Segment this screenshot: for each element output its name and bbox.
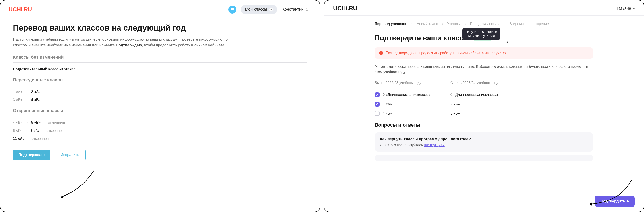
class-row: 1 «А» 2 «А» xyxy=(375,102,593,106)
step-4[interactable]: Передача доступа xyxy=(470,22,500,26)
points-tooltip: Получите +50 баллов Активного учителя xyxy=(462,28,500,40)
new-screen: UCHi.RU Татьяна Перевод учеников › Новый… xyxy=(324,0,644,212)
page-title: Перевод ваших классов на следующий год xyxy=(13,23,307,32)
user-menu[interactable]: Константин К. xyxy=(282,7,312,12)
class-checkbox[interactable] xyxy=(375,102,380,106)
arrow-right-icon: → xyxy=(24,129,28,133)
cursor-icon: ↖ xyxy=(506,40,509,44)
logo: UCHi.RU xyxy=(333,5,357,12)
chat-icon[interactable] xyxy=(228,6,236,14)
user-name: Константин К. xyxy=(282,7,308,12)
class-detached-row: 4 «В» → 5 «В» — откреплен xyxy=(13,120,307,124)
faq-card: Как вернуть класс и программу прошлого г… xyxy=(375,132,593,152)
step-5[interactable]: Задания на повторение xyxy=(510,22,549,26)
step-1[interactable]: Перевод учеников xyxy=(375,22,408,26)
section-unchanged: Классы без изменений xyxy=(13,54,307,63)
arrow-right-icon: → xyxy=(25,98,28,102)
class-checkbox[interactable] xyxy=(375,111,380,116)
class-was: 1 «А» xyxy=(383,102,392,106)
footer: Подтвердить xyxy=(324,191,644,212)
class-now: 5 «Б» xyxy=(450,112,526,116)
table-header: Был в 2022/23 учебном году Стал в 2023/2… xyxy=(375,81,593,88)
class-transferred-row: 3 «Б» → 4 «Б» xyxy=(13,98,307,102)
class-row: 4 «Б» 5 «Б» xyxy=(375,111,593,116)
col-was: Был в 2022/23 учебном году xyxy=(375,81,450,85)
class-was: 0 «Длинноеназваниекласса» xyxy=(383,93,430,97)
chevron-right-icon: › xyxy=(412,22,412,26)
chevron-down-icon xyxy=(310,7,312,12)
chevron-right-icon: › xyxy=(442,22,443,26)
chevron-right-icon xyxy=(628,200,629,202)
my-classes-label: Мои классы xyxy=(245,7,267,12)
left-content: Перевод ваших классов на следующий год Н… xyxy=(0,18,320,166)
class-row: 0 «Длинноеназваниекласса» 0 «Длинноеназв… xyxy=(375,92,593,97)
class-now: 0 «Длинноеназваниекласса» xyxy=(450,93,526,97)
page-description: Мы автоматически перевели ваши классы на… xyxy=(375,64,593,75)
confirm-button[interactable]: Подтвердить xyxy=(595,196,635,207)
my-classes-dropdown[interactable]: Мои классы xyxy=(241,5,277,14)
col-now: Стал в 2023/24 учебном году xyxy=(450,81,526,85)
class-checkbox[interactable] xyxy=(375,92,380,97)
faq-question: Как вернуть класс и программу прошлого г… xyxy=(380,137,588,141)
faq-title: Вопросы и ответы xyxy=(375,122,593,128)
header-right: UCHi.RU Татьяна xyxy=(324,0,644,16)
section-transferred: Переведенные классы xyxy=(13,77,307,86)
class-transferred-row: 1 «А» → 2 «А» xyxy=(13,90,307,94)
chevron-down-icon xyxy=(269,8,273,11)
class-now: 2 «А» xyxy=(450,102,526,106)
breadcrumb: Перевод учеников › Новый класс › Ученики… xyxy=(375,22,593,26)
faq-card-collapsed xyxy=(375,155,593,161)
fix-button[interactable]: Исправить xyxy=(54,150,86,160)
class-unchanged-row: Подготовительный класс «Котики» xyxy=(13,67,307,71)
instruction-link[interactable]: инструкцией xyxy=(424,143,445,147)
step-2[interactable]: Новый класс xyxy=(416,22,438,26)
class-was: 4 «Б» xyxy=(383,112,392,116)
header-left: UCHi.RU Мои классы Константин К. xyxy=(0,0,320,18)
class-detached-row: 11 «А» — откреплен xyxy=(13,137,307,141)
right-content: Перевод учеников › Новый класс › Ученики… xyxy=(375,16,593,161)
section-detached: Открепленные классы xyxy=(13,108,307,116)
legacy-screen: UCHi.RU Мои классы Константин К. Перевод… xyxy=(0,0,320,212)
step-3[interactable]: Ученики xyxy=(447,22,461,26)
user-name: Татьяна xyxy=(616,6,631,11)
arrow-right-icon: → xyxy=(25,120,28,124)
page-description: Наступил новый учебный год и мы автомати… xyxy=(13,36,236,48)
annotation-arrow xyxy=(56,168,96,202)
faq-answer: Для этого воспользуйтесь инструкцией. xyxy=(380,143,588,147)
alert-icon: ! xyxy=(379,51,383,55)
warning-banner: ! Без подтверждения продолжить работу в … xyxy=(375,48,593,59)
confirm-label: Подтвердить xyxy=(600,199,625,204)
actions: Подтверждаю Исправить xyxy=(13,150,307,160)
chevron-right-icon: › xyxy=(465,22,466,26)
arrow-right-icon: → xyxy=(25,90,28,94)
logo: UCHi.RU xyxy=(8,6,32,13)
page-title: Подтвердите ваши классы xyxy=(375,34,470,42)
alert-text: Без подтверждения продолжить работу в ли… xyxy=(386,51,507,55)
chevron-down-icon xyxy=(633,6,635,11)
class-detached-row: 8 «Г» → 9 «Г» — откреплен xyxy=(13,129,307,133)
chevron-right-icon: › xyxy=(504,22,506,26)
confirm-button[interactable]: Подтверждаю xyxy=(13,150,50,160)
user-menu[interactable]: Татьяна xyxy=(616,6,635,11)
